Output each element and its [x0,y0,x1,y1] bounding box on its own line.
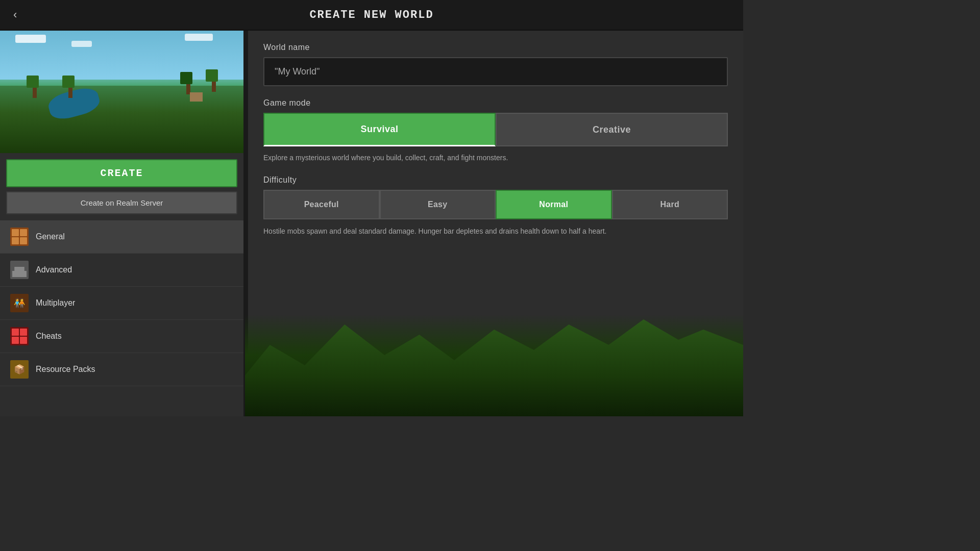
right-panel: World name Game mode Survival Creative E… [248,31,743,416]
main-layout: CREATE Create on Realm Server General Ad… [0,31,743,416]
game-mode-label: Game mode [263,98,728,108]
tree-4 [184,72,192,94]
cheats-icon [10,327,29,345]
game-mode-description: Explore a mysterious world where you bui… [263,153,728,163]
world-name-input[interactable] [263,57,728,86]
cloud-1 [15,35,46,43]
sidebar-label-multiplayer: Multiplayer [36,298,75,308]
header: ‹ CREATE NEW WORLD [0,0,743,31]
normal-difficulty-button[interactable]: Normal [496,190,612,219]
cloud-2 [71,41,92,47]
left-panel: CREATE Create on Realm Server General Ad… [0,31,245,416]
cloud-3 [185,34,213,41]
back-button[interactable]: ‹ [8,5,22,24]
game-mode-section: Game mode Survival Creative Explore a my… [263,98,728,163]
survival-mode-button[interactable]: Survival [263,113,496,146]
resource-pack-icon: 📦 [10,360,29,379]
tree-3 [210,69,218,92]
sidebar-item-multiplayer[interactable]: 🧑‍🤝‍🧑 Multiplayer [0,287,243,320]
sidebar-item-advanced[interactable]: Advanced [0,254,243,287]
sidebar-nav: General Advanced 🧑‍🤝‍🧑 Multiplayer [0,220,243,416]
difficulty-section: Difficulty Peaceful Easy Normal Hard Hos… [263,176,728,237]
tree-1 [31,76,39,98]
multiplayer-icon: 🧑‍🤝‍🧑 [10,294,29,312]
sidebar-label-resource-packs: Resource Packs [36,365,95,374]
difficulty-description: Hostile mobs spawn and deal standard dam… [263,226,728,237]
world-name-label: World name [263,43,728,52]
sidebar-item-cheats[interactable]: Cheats [0,320,243,353]
easy-difficulty-button[interactable]: Easy [380,190,496,219]
game-mode-buttons: Survival Creative [263,113,728,146]
page-title: CREATE NEW WORLD [309,9,433,21]
world-preview [0,31,243,153]
realm-server-button[interactable]: Create on Realm Server [6,191,237,214]
tree-2 [66,76,75,98]
advanced-icon [10,261,29,279]
sidebar-item-resource-packs[interactable]: 📦 Resource Packs [0,353,243,386]
sidebar-item-general[interactable]: General [0,220,243,254]
back-icon: ‹ [13,8,17,21]
peaceful-difficulty-button[interactable]: Peaceful [263,190,380,219]
general-icon [10,228,29,246]
create-button[interactable]: CREATE [6,159,237,187]
difficulty-buttons: Peaceful Easy Normal Hard [263,190,728,219]
house [190,92,203,102]
hard-difficulty-button[interactable]: Hard [612,190,728,219]
difficulty-label: Difficulty [263,176,728,185]
creative-mode-button[interactable]: Creative [496,113,728,146]
left-buttons: CREATE Create on Realm Server [0,153,243,220]
sidebar-label-advanced: Advanced [36,265,72,274]
sidebar-label-general: General [36,232,65,241]
sidebar-label-cheats: Cheats [36,332,62,341]
